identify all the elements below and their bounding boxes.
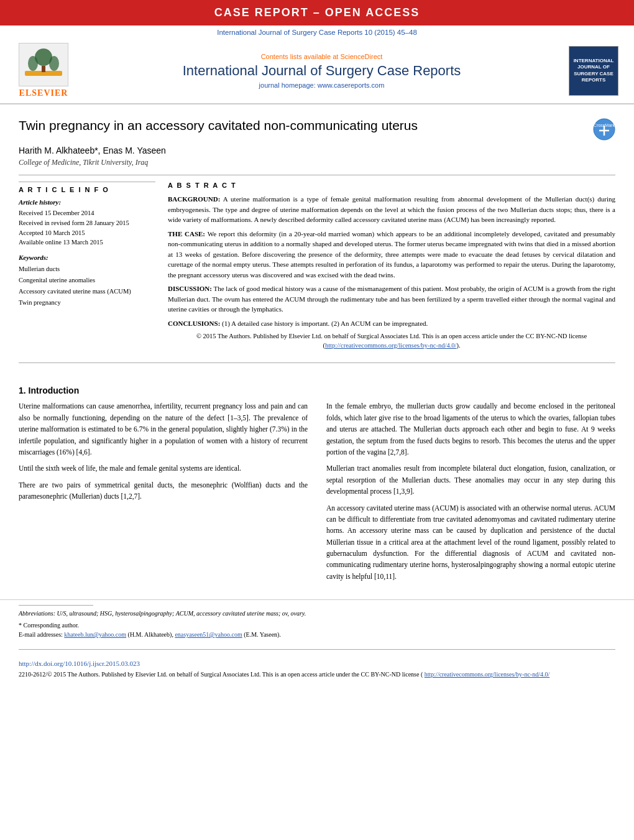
intro-right-col: In the female embryo, the mullerian duct… bbox=[326, 400, 615, 587]
license-text-span: 2210-2612/© 2015 The Authors. Published … bbox=[19, 671, 423, 678]
abstract-copyright: © 2015 The Authors. Published by Elsevie… bbox=[168, 332, 615, 350]
article-title-row: Twin pregnancy in an accessory cavitated… bbox=[19, 118, 615, 141]
footer-rule bbox=[19, 605, 93, 606]
bottom-rule bbox=[19, 649, 615, 650]
intro-left-p3: There are two pairs of symmetrical genit… bbox=[19, 479, 308, 502]
abstract-case: THE CASE: We report this deformity (in a… bbox=[168, 229, 615, 280]
keyword-3: Accessory cavitated uterine mass (ACUM) bbox=[19, 286, 155, 297]
svg-point-2 bbox=[28, 56, 38, 71]
abstract-discussion: DISCUSSION: The lack of good medical his… bbox=[168, 284, 615, 315]
header-area: ELSEVIER Contents lists available at Sci… bbox=[0, 38, 634, 104]
email1-name: (H.M. Alkhateeb), bbox=[128, 631, 173, 638]
abstract-background: BACKGROUND: A uterine malformation is a … bbox=[168, 194, 615, 225]
intro-two-col: Uterine malformations can cause amenorrh… bbox=[19, 400, 615, 587]
divider-2 bbox=[19, 362, 615, 363]
body-content: 1. Introduction Uterine malformations ca… bbox=[0, 369, 634, 593]
svg-point-3 bbox=[49, 56, 59, 71]
intro-number: 1. bbox=[19, 385, 26, 395]
article-info-abstract: A R T I C L E I N F O Article history: R… bbox=[19, 182, 615, 350]
journal-title: International Journal of Surgery Case Re… bbox=[75, 63, 569, 79]
keyword-1: Mullerian ducts bbox=[19, 264, 155, 275]
accepted-date: Accepted 10 March 2015 bbox=[19, 228, 155, 238]
homepage-line: journal homepage: www.casereports.com bbox=[75, 81, 569, 89]
history-dates: Received 15 December 2014 Received in re… bbox=[19, 208, 155, 247]
background-text: A uterine malformation is a type of fema… bbox=[168, 195, 615, 223]
top-banner: CASE REPORT – OPEN ACCESS bbox=[0, 0, 634, 25]
journal-logo-right: INTERNATIONAL JOURNAL OF SURGERY CASE RE… bbox=[569, 46, 622, 96]
email1-link[interactable]: khateeb.lun@yahoo.com bbox=[64, 631, 126, 638]
main-content: Twin pregnancy in an accessory cavitated… bbox=[0, 104, 634, 356]
email2-name: (E.M. Yaseen). bbox=[244, 631, 281, 638]
case-text: We report this deformity (in a 20-year-o… bbox=[168, 230, 615, 279]
journal-logo-box: INTERNATIONAL JOURNAL OF SURGERY CASE RE… bbox=[569, 46, 618, 96]
article-info-heading: A R T I C L E I N F O bbox=[19, 186, 155, 193]
abstract-heading: A B S T R A C T bbox=[168, 182, 615, 189]
keyword-2: Congenital uterine anomalies bbox=[19, 275, 155, 286]
intro-left-p1: Uterine malformations can cause amenorrh… bbox=[19, 400, 308, 458]
svg-rect-4 bbox=[42, 66, 45, 72]
sciencedirect-line: Contents lists available at ScienceDirec… bbox=[75, 53, 569, 60]
footer-area: Abbreviations: U/S, ultrasound; HSG, hys… bbox=[0, 599, 634, 645]
intro-right-p2: Mullerian tract anomalies result from in… bbox=[326, 463, 615, 497]
intro-title: Introduction bbox=[29, 385, 80, 395]
doi-license-area: http://dx.doi.org/10.1016/j.ijscr.2015.0… bbox=[0, 653, 634, 685]
authors-line: Harith M. Alkhateeb*, Enas M. Yaseen bbox=[19, 145, 615, 155]
received-date: Received 15 December 2014 bbox=[19, 208, 155, 218]
elsevier-text: ELSEVIER bbox=[19, 88, 68, 98]
email2-link[interactable]: enasyaseen51@yahoo.com bbox=[175, 631, 242, 638]
elsevier-logo-image bbox=[19, 43, 68, 86]
intro-left-p2: Until the sixth week of life, the male a… bbox=[19, 463, 308, 474]
right-logo-text: INTERNATIONAL JOURNAL OF SURGERY CASE RE… bbox=[572, 58, 615, 84]
divider-1 bbox=[19, 175, 615, 175]
history-label: Article history: bbox=[19, 198, 155, 206]
article-info-column: A R T I C L E I N F O Article history: R… bbox=[19, 182, 155, 350]
discussion-label: DISCUSSION: bbox=[168, 285, 212, 292]
email-label: E-mail addresses: bbox=[19, 631, 63, 638]
abstract-text: BACKGROUND: A uterine malformation is a … bbox=[168, 194, 615, 350]
email-addresses: E-mail addresses: khateeb.lun@yahoo.com … bbox=[19, 631, 615, 638]
intro-right-p1: In the female embryo, the mullerian duct… bbox=[326, 400, 615, 458]
revised-date: Received in revised form 28 January 2015 bbox=[19, 218, 155, 228]
corresponding-note: * Corresponding author. bbox=[19, 622, 615, 629]
footer-license-link[interactable]: http://creativecommons.org/licenses/by-n… bbox=[425, 671, 549, 678]
case-label: THE CASE: bbox=[168, 230, 205, 238]
intro-left-col: Uterine malformations can cause amenorrh… bbox=[19, 400, 308, 587]
keywords-list: Mullerian ducts Congenital uterine anoma… bbox=[19, 264, 155, 308]
background-label: BACKGROUND: bbox=[168, 195, 220, 203]
license-link[interactable]: http://creativecommons.org/licenses/by-n… bbox=[325, 342, 457, 349]
abstract-conclusions: CONCLUSIONS: (1) A detailed case history… bbox=[168, 318, 615, 329]
abstract-column: A B S T R A C T BACKGROUND: A uterine ma… bbox=[168, 182, 615, 350]
crossmark-badge[interactable]: CrossMark bbox=[593, 118, 615, 141]
available-date: Available online 13 March 2015 bbox=[19, 238, 155, 247]
author-names: Harith M. Alkhateeb*, Enas M. Yaseen bbox=[19, 145, 166, 155]
keywords-label: Keywords: bbox=[19, 254, 155, 261]
sciencedirect-label[interactable]: ScienceDirect bbox=[340, 53, 382, 60]
doi-link[interactable]: http://dx.doi.org/10.1016/j.ijscr.2015.0… bbox=[19, 660, 615, 667]
discussion-text: The lack of good medical history was a c… bbox=[168, 285, 615, 313]
intro-section-title: 1. Introduction bbox=[19, 385, 615, 395]
sciencedirect-prefix: Contents lists available at bbox=[261, 53, 341, 60]
homepage-prefix: journal homepage: bbox=[259, 81, 318, 89]
conclusions-text: (1) A detailed case history is important… bbox=[222, 320, 428, 327]
elsevier-logo: ELSEVIER bbox=[12, 43, 75, 98]
intro-right-p3: An accessory cavitated uterine mass (ACU… bbox=[326, 502, 615, 583]
keyword-4: Twin pregnancy bbox=[19, 297, 155, 308]
article-title-text: Twin pregnancy in an accessory cavitated… bbox=[19, 118, 584, 133]
conclusions-label: CONCLUSIONS: bbox=[168, 320, 220, 327]
license-text: 2210-2612/© 2015 The Authors. Published … bbox=[19, 670, 615, 679]
journal-reference: International Journal of Surgery Case Re… bbox=[0, 25, 634, 38]
homepage-url[interactable]: www.casereports.com bbox=[318, 81, 385, 89]
affiliation-line: College of Medicine, Tikrit University, … bbox=[19, 158, 615, 167]
header-center: Contents lists available at ScienceDirec… bbox=[75, 53, 569, 89]
abbreviations: Abbreviations: U/S, ultrasound; HSG, hys… bbox=[19, 609, 615, 618]
